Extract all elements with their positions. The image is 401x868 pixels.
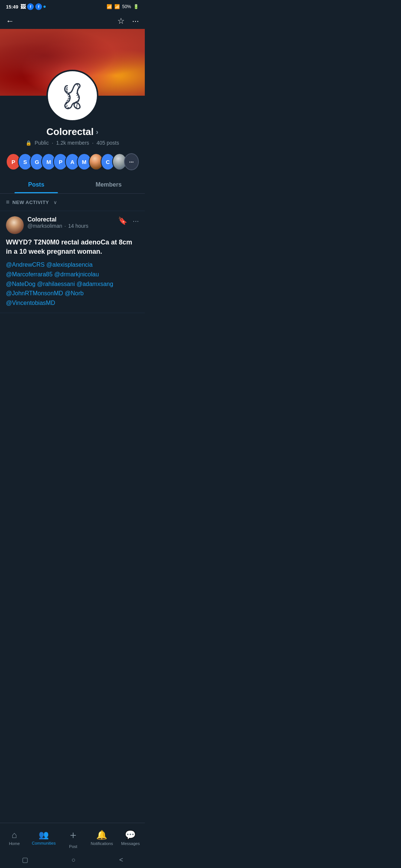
post-meta-row: @marksoliman · 14 hours bbox=[27, 223, 88, 229]
nav-action-buttons: ☆ ··· bbox=[117, 16, 139, 26]
group-privacy: Public bbox=[35, 140, 49, 146]
privacy-lock-icon: 🔒 bbox=[26, 140, 32, 146]
post-meta-dot: · bbox=[65, 223, 66, 229]
group-info-section: Colorectal › 🔒 Public · 1.2k members · 4… bbox=[0, 122, 145, 149]
svg-line-13 bbox=[78, 86, 79, 88]
facebook-icon-2: f bbox=[35, 3, 42, 10]
content-tabs: Posts Members bbox=[0, 176, 145, 194]
bookmark-star-button[interactable]: ☆ bbox=[117, 16, 125, 26]
meta-separator-1: · bbox=[52, 140, 53, 146]
group-posts-count: 405 posts bbox=[97, 140, 119, 146]
gallery-icon: 🖼 bbox=[20, 4, 26, 10]
meta-separator-2: · bbox=[92, 140, 94, 146]
svg-line-18 bbox=[78, 96, 79, 98]
mention-adamxsang[interactable]: @adamxsang bbox=[76, 281, 113, 287]
activity-filter-bar[interactable]: ≡ NEW ACTIVITY ∨ bbox=[0, 194, 145, 211]
svg-line-6 bbox=[68, 98, 69, 99]
wifi-icon: 📶 bbox=[107, 4, 112, 9]
svg-line-12 bbox=[77, 84, 78, 86]
mention-johnrtmonsonmd[interactable]: @JohnRTMonsonMD bbox=[6, 290, 63, 296]
post-avatar-image bbox=[6, 216, 24, 234]
mention-vincentobiasmd[interactable]: @VincentobiasMD bbox=[6, 300, 55, 306]
tab-members[interactable]: Members bbox=[72, 176, 145, 193]
post-author-text: Colorectal @marksoliman · 14 hours bbox=[27, 216, 88, 229]
status-time-section: 15:49 🖼 f f bbox=[6, 3, 46, 10]
more-options-button[interactable]: ··· bbox=[132, 16, 139, 26]
post-author-avatar[interactable] bbox=[6, 216, 24, 234]
mention-natedog[interactable]: @NateDog bbox=[6, 281, 35, 287]
mention-marcoferrara[interactable]: @Marcoferrara85 bbox=[6, 271, 53, 277]
tab-posts[interactable]: Posts bbox=[0, 176, 72, 193]
svg-line-0 bbox=[66, 88, 68, 88]
post-author-name[interactable]: Colorectal bbox=[27, 216, 88, 223]
mention-alexisplasencia[interactable]: @alexisplasencia bbox=[46, 262, 93, 268]
group-members-count: 1.2k members bbox=[56, 140, 89, 146]
post-card: Colorectal @marksoliman · 14 hours 🔖 ···… bbox=[0, 211, 145, 313]
notification-dot bbox=[43, 6, 46, 8]
mention-norb[interactable]: @Norb bbox=[65, 290, 84, 296]
top-nav-bar: ← ☆ ··· bbox=[0, 13, 145, 29]
svg-line-23 bbox=[76, 106, 77, 108]
mention-drmarkjnicolau[interactable]: @drmarkjnicolau bbox=[54, 271, 99, 277]
colon-logo-svg bbox=[56, 79, 89, 112]
group-name-chevron-icon: › bbox=[96, 128, 98, 136]
mention-rahilaessani[interactable]: @rahilaessani bbox=[37, 281, 75, 287]
status-bar: 15:49 🖼 f f 📶 📶 50% 🔋 bbox=[0, 0, 145, 13]
post-mentions[interactable]: @AndrewCRS @alexisplasencia @Marcoferrar… bbox=[6, 260, 139, 308]
post-author-handle: @marksoliman bbox=[27, 223, 62, 229]
svg-line-10 bbox=[66, 106, 68, 106]
post-author-info: Colorectal @marksoliman · 14 hours bbox=[6, 216, 88, 234]
status-system-icons: 📶 📶 50% 🔋 bbox=[107, 4, 139, 9]
group-meta-row: 🔒 Public · 1.2k members · 405 posts bbox=[6, 140, 139, 146]
status-notification-icons: 🖼 f f bbox=[20, 3, 46, 10]
svg-line-7 bbox=[67, 100, 69, 101]
group-name-text: Colorectal bbox=[46, 126, 94, 138]
status-time: 15:49 bbox=[6, 4, 18, 10]
svg-line-22 bbox=[76, 104, 78, 106]
member-avatars-row: P S G M P A M C ··· bbox=[0, 149, 145, 175]
svg-line-2 bbox=[66, 91, 68, 92]
filter-label-text: NEW ACTIVITY bbox=[12, 200, 49, 205]
mention-andrewcrs[interactable]: @AndrewCRS bbox=[6, 262, 45, 268]
svg-line-1 bbox=[66, 89, 68, 90]
post-more-icon[interactable]: ··· bbox=[133, 217, 139, 225]
post-header: Colorectal @marksoliman · 14 hours 🔖 ··· bbox=[6, 216, 139, 234]
svg-line-17 bbox=[77, 94, 78, 96]
filter-list-icon: ≡ bbox=[6, 199, 9, 206]
battery-level: 50% bbox=[122, 4, 131, 9]
member-avatar-more[interactable]: ··· bbox=[124, 153, 139, 170]
post-content: WWYD? T2N0M0 rectal adenoCa at 8cm in a … bbox=[6, 238, 139, 308]
post-top-actions: 🔖 ··· bbox=[118, 216, 139, 225]
post-main-text: WWYD? T2N0M0 rectal adenoCa at 8cm in a … bbox=[6, 238, 139, 256]
post-time-ago: 14 hours bbox=[68, 223, 88, 229]
facebook-icon: f bbox=[27, 3, 34, 10]
post-bookmark-icon[interactable]: 🔖 bbox=[118, 216, 127, 225]
back-button[interactable]: ← bbox=[6, 16, 14, 26]
battery-icon: 🔋 bbox=[133, 4, 139, 9]
group-avatar bbox=[46, 70, 98, 122]
profile-section bbox=[0, 70, 145, 122]
group-name-heading[interactable]: Colorectal › bbox=[6, 126, 139, 138]
filter-chevron-icon: ∨ bbox=[53, 200, 57, 205]
signal-icon: 📶 bbox=[114, 4, 120, 9]
